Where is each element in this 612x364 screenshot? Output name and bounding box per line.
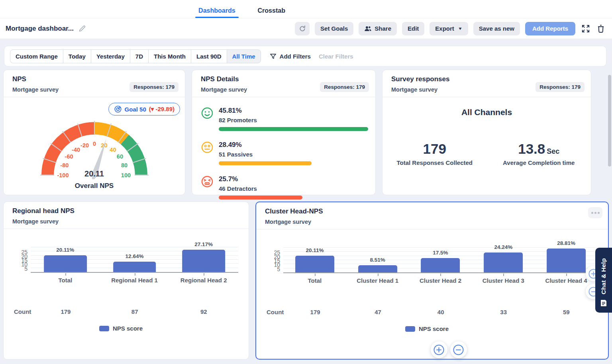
card-more-button[interactable] — [588, 207, 602, 218]
count-value: 33 — [472, 309, 535, 315]
legend-label: NPS score — [113, 325, 143, 332]
gauge-tick-label: 80 — [121, 162, 128, 168]
trash-icon — [597, 24, 605, 33]
range-custom[interactable]: Custom Range — [10, 49, 63, 63]
chart-legend[interactable]: NPS score — [256, 325, 598, 332]
delete-dashboard-button[interactable] — [596, 23, 606, 34]
share-label: Share — [375, 25, 391, 32]
chart-zoom-out-button[interactable] — [450, 341, 467, 358]
expand-icon — [581, 24, 590, 33]
passives-row: 28.49% 51 Passives — [201, 141, 368, 165]
x-axis-tick — [204, 273, 204, 276]
add-reports-button[interactable]: Add Reports — [525, 22, 575, 35]
help-doc-icon — [600, 299, 608, 307]
details-card-title: NPS Details — [201, 75, 247, 83]
rename-button[interactable] — [78, 25, 86, 32]
goal-delta: (▾ -29.89) — [149, 106, 175, 113]
x-axis-label: Cluster Head 2 — [409, 277, 472, 284]
cluster-card-subtitle: Mortgage survey — [265, 219, 323, 225]
bar[interactable] — [484, 252, 523, 272]
avg-completion-value: 13.8 — [518, 141, 545, 157]
chat-help-tab[interactable]: Chat & Help — [595, 248, 612, 313]
passive-neutral-icon — [201, 141, 214, 154]
detractors-row: 25.7% 46 Detractors — [201, 175, 368, 200]
set-goals-button[interactable]: Set Goals — [315, 22, 353, 35]
range-this-month[interactable]: This Month — [148, 49, 191, 63]
y-axis: 252015105 — [4, 248, 31, 273]
bar-slot: 20.11% — [31, 248, 100, 272]
x-axis-tick — [378, 274, 379, 276]
bar-value-label: 12.64% — [100, 253, 169, 259]
chart-zoom-in-button[interactable] — [431, 341, 447, 358]
promoters-label: 82 Promoters — [219, 117, 368, 123]
add-reports-label: Add Reports — [532, 25, 568, 32]
total-responses-label: Total Responses Collected — [382, 159, 487, 166]
x-axis-label: Regional Head 2 — [169, 277, 238, 284]
avg-completion-label: Average Completion time — [487, 159, 591, 166]
regional-nps-card: Regional head NPS Mortgage survey 252015… — [3, 202, 249, 360]
tab-dashboards[interactable]: Dashboards — [198, 3, 236, 18]
count-row-label: Count — [256, 309, 284, 315]
x-axis-label: Cluster Head 1 — [346, 277, 409, 284]
bar-slot: 17.5% — [409, 249, 472, 272]
legend-swatch — [99, 326, 109, 331]
edit-button[interactable]: Edit — [402, 22, 424, 35]
details-card-subtitle: Mortgage survey — [201, 86, 247, 93]
range-7d[interactable]: 7D — [130, 49, 149, 63]
gauge-segment — [94, 128, 125, 139]
set-goals-label: Set Goals — [320, 25, 348, 32]
plot-area: 20.11%12.64%27.17% — [31, 248, 238, 273]
bar[interactable] — [182, 250, 225, 272]
gauge-tick-label: -80 — [60, 162, 69, 168]
gauge-tick-label: 40 — [110, 147, 116, 153]
bar-value-label: 20.11% — [31, 247, 100, 253]
x-axis-tick — [440, 274, 441, 276]
range-last-90d[interactable]: Last 90D — [191, 49, 227, 63]
bar[interactable] — [358, 265, 397, 272]
chat-help-label: Chat & Help — [600, 258, 607, 294]
clear-filters-button[interactable]: Clear Filters — [319, 53, 353, 60]
bar-value-label: 24.24% — [472, 244, 535, 250]
x-axis-tick — [503, 274, 504, 276]
detractor-angry-icon — [201, 175, 214, 188]
responses-badge: Responses: 179 — [536, 82, 585, 92]
refresh-button[interactable] — [295, 22, 310, 35]
responses-badge: Responses: 179 — [129, 82, 178, 92]
page-scrollbar[interactable] — [608, 75, 611, 166]
bar[interactable] — [547, 249, 586, 272]
export-button[interactable]: Export▼ — [430, 22, 468, 35]
plot-area: 20.11%8.51%17.5%24.24%28.81% — [283, 249, 598, 273]
detractors-pct: 25.7% — [219, 175, 368, 183]
share-button[interactable]: Share — [359, 22, 397, 35]
dashboard-toolbar: Mortgage dashboar... Set Goals Share Edi… — [0, 18, 612, 39]
date-range-segment: Custom Range Today Yesterday 7D This Mon… — [10, 49, 261, 63]
range-all-time[interactable]: All Time — [227, 49, 261, 63]
tab-crosstab[interactable]: Crosstab — [257, 3, 286, 18]
bar[interactable] — [44, 255, 87, 272]
bar-slot: 20.11% — [283, 249, 346, 272]
gauge-caption: Overall NPS — [4, 182, 185, 190]
range-today[interactable]: Today — [63, 49, 91, 63]
goal-badge[interactable]: Goal 50 (▾ -29.89) — [108, 103, 180, 115]
x-axis-tick — [135, 273, 135, 276]
save-as-new-button[interactable]: Save as new — [473, 22, 520, 35]
regional-bar-chart: 25201510520.11%12.64%27.17%TotalRegional… — [4, 229, 249, 332]
bar-value-label: 28.81% — [535, 240, 598, 246]
chart-legend[interactable]: NPS score — [4, 325, 238, 332]
x-axis-label: Cluster Head 3 — [472, 277, 535, 284]
x-axis-tick — [566, 274, 567, 276]
add-filters-button[interactable]: Add Filters — [270, 53, 311, 60]
save-as-new-label: Save as new — [479, 25, 514, 32]
nps-card-title: NPS — [12, 75, 59, 83]
bar[interactable] — [113, 262, 156, 272]
survey-card-subtitle: Mortgage survey — [391, 86, 449, 93]
fullscreen-button[interactable] — [581, 23, 591, 34]
range-yesterday[interactable]: Yesterday — [91, 49, 130, 63]
bar[interactable] — [421, 258, 460, 272]
dashboard-title: Mortgage dashboar... — [6, 25, 74, 33]
funnel-icon — [270, 53, 277, 60]
plus-circle-icon — [434, 344, 444, 355]
gauge-tick-label: -20 — [80, 142, 89, 149]
count-value: 40 — [409, 309, 472, 315]
bar[interactable] — [295, 256, 334, 272]
